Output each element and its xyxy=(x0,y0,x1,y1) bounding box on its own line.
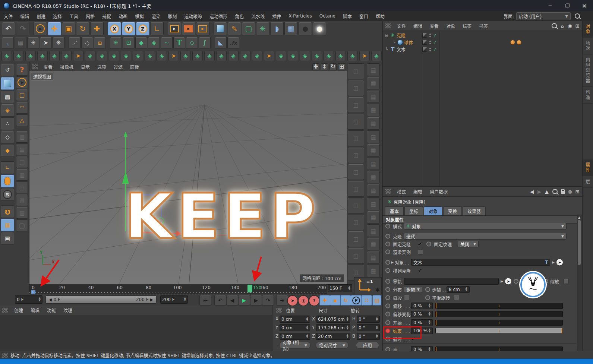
array-radial-icon[interactable]: ◌ xyxy=(81,37,93,49)
rail-scale-checkbox[interactable] xyxy=(564,279,569,284)
size-y-field[interactable]: 173.268 cm▲▼ xyxy=(316,324,350,331)
menu-item-运动跟踪[interactable]: 运动跟踪 xyxy=(180,13,206,19)
object-name[interactable]: 球体 xyxy=(404,39,413,45)
maximize-button[interactable]: ❐ xyxy=(559,0,576,11)
playhead[interactable] xyxy=(247,285,252,292)
subdivision-surface-icon[interactable]: ▢ xyxy=(242,22,255,35)
gear-icon[interactable]: ✱ xyxy=(375,287,380,293)
panel-tab-内容浏览器[interactable]: 内容浏览器 xyxy=(583,54,593,87)
mograph-effector-icon[interactable]: ◈ xyxy=(216,51,227,61)
mograph-effector-icon[interactable]: ◈ xyxy=(252,51,262,61)
panel-tab-场次[interactable]: 场次 xyxy=(583,38,593,54)
param-knob[interactable] xyxy=(385,287,390,292)
menu-item-功能[interactable]: 功能 xyxy=(43,307,60,313)
y-axis-lock-icon[interactable]: Y xyxy=(122,22,135,35)
polygon-selection-icon[interactable]: △ xyxy=(16,114,28,126)
prev-key-icon[interactable]: ◀ xyxy=(226,295,238,306)
polygons-mode-icon[interactable]: ◆ xyxy=(1,144,14,157)
am-new-view-icon[interactable]: ⊞ xyxy=(574,188,581,195)
palette-slot-icon[interactable]: ▤ xyxy=(367,197,380,210)
fx-icon[interactable]: .fx xyxy=(227,37,239,49)
mograph-effector-icon[interactable]: ◈ xyxy=(61,51,72,61)
xref-hierarchy-icon[interactable]: ⌞ xyxy=(2,37,14,49)
preview-range-slider[interactable]: ◀ 0 F 200 F ▶ xyxy=(45,295,157,304)
distribution-select[interactable]: 步幅▼ xyxy=(404,286,422,293)
param-knob[interactable] xyxy=(514,279,518,284)
menu-item-脚本[interactable]: 脚本 xyxy=(339,13,356,19)
palette-slot-icon[interactable]: ▤ xyxy=(367,63,380,76)
link-menu-icon[interactable]: ▶ xyxy=(501,279,503,283)
clone-selection-icon[interactable]: ✳ xyxy=(27,37,39,49)
close-button[interactable]: × xyxy=(576,0,593,11)
deformer-slot-icon[interactable]: ◫ xyxy=(348,63,364,79)
expander-icon[interactable]: ▶ xyxy=(391,260,394,264)
am-forward-icon[interactable]: ▶ xyxy=(536,188,543,195)
key-parameter-icon[interactable]: P xyxy=(351,295,362,306)
menu-item-标签[interactable]: 标签 xyxy=(459,23,475,29)
object-row-球体[interactable]: └球体✓ xyxy=(383,39,583,46)
drag-handle-icon[interactable] xyxy=(2,308,8,313)
undo-icon[interactable]: ↶ xyxy=(2,22,15,35)
tab-效果器[interactable]: 效果器 xyxy=(463,206,486,215)
param-knob[interactable] xyxy=(385,250,390,254)
palette-slot-icon[interactable]: ▤ xyxy=(367,77,380,89)
offset-value-field[interactable]: 0 %▲▼ xyxy=(411,303,433,309)
menu-item-纹理[interactable]: 纹理 xyxy=(60,307,76,313)
mograph-effector-icon[interactable]: ◈ xyxy=(192,51,203,61)
tracer-icon[interactable]: ~ xyxy=(161,37,173,49)
workplane-snap-icon[interactable]: ▦ xyxy=(1,219,14,231)
param-knob[interactable] xyxy=(385,295,390,300)
palette-slot-icon[interactable]: ▤ xyxy=(367,157,380,170)
drag-handle-icon[interactable] xyxy=(385,23,391,28)
mograph-effector-icon[interactable]: ◈ xyxy=(240,51,250,61)
menu-item-摄像机[interactable]: 摄像机 xyxy=(56,64,77,70)
param-knob[interactable] xyxy=(385,224,390,229)
next-key-icon[interactable]: ▶ xyxy=(250,295,262,306)
fix-texture-select[interactable]: 关闭▼ xyxy=(458,241,479,247)
mograph-effector-icon[interactable]: ◈ xyxy=(13,51,24,61)
mograph-effector-icon[interactable]: ◈ xyxy=(276,51,286,61)
solo-mode-icon[interactable]: S xyxy=(1,188,14,201)
rectangle-selection-icon[interactable]: □ xyxy=(16,89,28,101)
apply-button[interactable]: 应用 xyxy=(356,342,379,349)
mograph-effector-icon[interactable]: ➤ xyxy=(168,51,179,61)
menu-item-工具[interactable]: 工具 xyxy=(66,13,82,19)
render-settings-icon[interactable]: ▶ xyxy=(196,22,209,35)
timeline-panel-icon[interactable]: ▤ xyxy=(372,295,381,306)
tag-icon[interactable] xyxy=(510,40,515,45)
palette-slot-icon[interactable]: ▤ xyxy=(367,90,380,103)
menu-item-雕刻[interactable]: 雕刻 xyxy=(164,13,180,19)
palette-slot-icon[interactable]: ▤ xyxy=(367,238,380,250)
camera-menu-icon[interactable]: ● xyxy=(299,22,312,35)
points-mode-icon[interactable]: ∴ xyxy=(1,117,14,130)
enable-check-icon[interactable]: ✓ xyxy=(433,47,437,52)
end-slider[interactable] xyxy=(435,328,563,334)
tool-slot-icon[interactable]: ▨ xyxy=(16,131,28,143)
layer-chip-icon[interactable] xyxy=(422,33,427,38)
palette-slot-icon[interactable]: ▤ xyxy=(367,224,380,237)
minimize-button[interactable]: ─ xyxy=(542,0,559,11)
tab-坐标[interactable]: 坐标 xyxy=(404,206,423,215)
object-picker-icon[interactable]: ➤ xyxy=(556,259,563,266)
palette-slot-icon[interactable]: ▤ xyxy=(367,144,380,156)
deformer-slot-icon[interactable]: ◫ xyxy=(348,97,364,113)
om-new-view-icon[interactable]: ⊞ xyxy=(574,22,581,29)
menu-item-编辑[interactable]: 编辑 xyxy=(410,189,426,195)
key-rotation-icon[interactable]: ↻ xyxy=(340,295,351,306)
offset-variation-slider[interactable] xyxy=(435,311,563,317)
clone-select[interactable]: 迭代▼ xyxy=(404,233,567,240)
material-manager-body[interactable] xyxy=(0,315,272,351)
deformer-slot-icon[interactable]: ◫ xyxy=(348,147,364,163)
mograph-effector-icon[interactable]: ◈ xyxy=(371,51,382,61)
help-icon[interactable]: ? xyxy=(16,64,28,76)
object-name[interactable]: 文本 xyxy=(397,46,406,53)
menu-item-捕捉[interactable]: 捕捉 xyxy=(98,13,115,19)
rail-link-field[interactable] xyxy=(404,278,499,285)
live-selection-icon[interactable]: ➤ xyxy=(34,22,47,35)
palette-slot-icon[interactable]: ▤ xyxy=(367,171,380,183)
drag-handle-icon[interactable] xyxy=(385,189,391,194)
menu-item-帮助[interactable]: 帮助 xyxy=(372,13,388,19)
mograph-effector-icon[interactable]: ◈ xyxy=(133,51,143,61)
live-selection-alt-icon[interactable]: ➤ xyxy=(16,76,28,88)
deformer-slot-icon[interactable]: ◫ xyxy=(348,164,364,180)
